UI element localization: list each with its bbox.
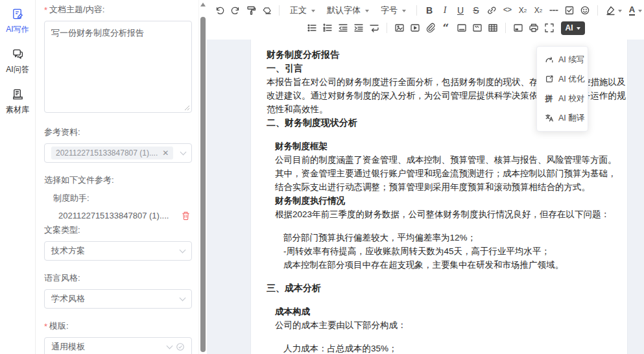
topic-textarea[interactable]: 写一份财务制度分析报告 xyxy=(44,21,192,113)
app-window: AI写作 AI问答 素材库 * 文档主题/内容: 写一份财务制度分析报告 xyxy=(0,0,644,354)
continue-icon xyxy=(544,55,554,65)
table-button[interactable] xyxy=(485,20,501,36)
attachment-button[interactable] xyxy=(423,20,438,36)
link-button[interactable] xyxy=(484,3,499,18)
chevron-down-icon xyxy=(167,343,173,349)
document-block xyxy=(267,295,625,305)
redo-button[interactable] xyxy=(228,3,243,18)
ordered-list-button[interactable] xyxy=(320,20,335,36)
outdent-button[interactable] xyxy=(335,20,351,36)
ai-menu-item-label: AI 校对 xyxy=(558,93,584,104)
source-view-button[interactable] xyxy=(510,20,526,36)
template-select[interactable]: 通用模板 xyxy=(44,337,192,354)
template-label: * 模版: xyxy=(44,320,192,332)
undo-button[interactable] xyxy=(212,3,228,18)
toolbar-row-1: 正文 默认字体 字号 B I U S <> X2 X2 A xyxy=(212,3,640,18)
document-block xyxy=(267,272,625,281)
divider-button[interactable] xyxy=(454,20,470,36)
scroll-up-icon[interactable] xyxy=(200,3,206,6)
line-break-button[interactable] xyxy=(366,20,382,36)
remove-tag-icon[interactable]: ✕ xyxy=(162,148,169,158)
copy-type-select[interactable]: 技术方案 xyxy=(44,241,192,261)
code-block-button[interactable] xyxy=(470,20,485,36)
document-block: 公司目前的制度涵盖了资金管理、成本控制、预算管理、核算与报告、风险管理等方面。其… xyxy=(275,153,617,194)
bold-button[interactable]: B xyxy=(422,3,437,18)
task-list-button[interactable] xyxy=(562,3,577,18)
rail-item-label: AI写作 xyxy=(6,24,29,35)
subscript-button[interactable]: X2 xyxy=(515,3,531,18)
strikethrough-button[interactable]: S xyxy=(468,3,484,18)
toolbar-divider xyxy=(505,23,506,33)
document-block xyxy=(267,332,625,342)
document-block: 财务制度执行情况 xyxy=(275,194,625,207)
font-family-select[interactable]: 默认字体 xyxy=(321,5,375,16)
document-block: 财务制度框架 xyxy=(275,139,625,153)
resize-handle-icon[interactable] xyxy=(184,105,190,111)
underline-button[interactable]: U xyxy=(453,3,468,18)
toolbar-divider xyxy=(416,5,417,16)
required-asterisk: * xyxy=(44,322,47,331)
print-button[interactable] xyxy=(526,20,542,36)
ai-tools-button[interactable]: AI xyxy=(561,21,585,35)
delete-file-icon[interactable] xyxy=(181,211,191,220)
blockquote-button[interactable]: “ xyxy=(438,20,454,36)
rail-item[interactable]: AI问答 xyxy=(6,48,29,75)
scrollbar-thumb[interactable] xyxy=(200,17,206,352)
editor-area: 正文 默认字体 字号 B I U S <> X2 X2 A xyxy=(207,0,644,354)
toolbar-divider xyxy=(387,23,387,33)
emoji-button[interactable] xyxy=(577,3,593,18)
ai-menu-item-label: AI 续写 xyxy=(558,54,584,65)
ai-menu-item-label: AI 优化 xyxy=(558,74,584,85)
editor-toolbar: 正文 默认字体 字号 B I U S <> X2 X2 A xyxy=(207,0,644,40)
image-button[interactable] xyxy=(392,20,407,36)
reference-select[interactable]: 2021122715133847807 (1).... ✕ xyxy=(44,143,192,163)
copy-type-label: 文案类型: xyxy=(44,224,192,236)
caret-down-icon xyxy=(618,10,622,12)
file-row: 2021122715133847807 (1).... xyxy=(58,211,192,220)
rail-item[interactable]: AI写作 xyxy=(6,8,29,35)
horizontal-rule-button[interactable] xyxy=(546,3,562,18)
topic-label: * 文档主题/内容: xyxy=(44,4,192,16)
rail-item-label: AI问答 xyxy=(6,64,29,75)
required-asterisk: * xyxy=(44,5,47,15)
heading-select[interactable]: 正文 xyxy=(284,5,321,16)
style-select[interactable]: 学术风格 xyxy=(44,289,192,309)
indent-button[interactable] xyxy=(351,20,366,36)
ai-menu-item[interactable]: AI 优化 xyxy=(537,69,588,89)
reference-file-tag: 2021122715133847807 (1).... ✕ xyxy=(51,147,173,159)
chevron-down-icon xyxy=(180,295,186,301)
rail-item-label: 素材库 xyxy=(6,104,29,115)
clear-format-button[interactable] xyxy=(259,3,274,18)
document-block: 根据2023年前三季度的财务数据，公司整体财务制度执行情况良好，但存在以下问题： xyxy=(275,207,617,221)
caret-down-icon xyxy=(577,27,580,30)
highlight-color-button[interactable] xyxy=(602,3,625,18)
document-block: 公司的成本主要由以下部分构成： xyxy=(275,318,617,332)
rail-item[interactable]: 素材库 xyxy=(6,88,29,115)
caret-down-icon xyxy=(638,10,642,12)
ai-write-icon xyxy=(12,8,24,22)
ai-dropdown-menu: AI 续写 AI 优化 拼 AI 校对 AI 翻译 xyxy=(536,46,588,132)
ai-menu-item[interactable]: AI 翻译 xyxy=(537,108,588,128)
library-icon xyxy=(12,88,24,102)
video-button[interactable] xyxy=(407,20,423,36)
caret-down-icon xyxy=(402,10,406,12)
toolbar-divider xyxy=(279,5,280,16)
document-block: 三、成本分析 xyxy=(267,281,625,295)
style-label: 语言风格: xyxy=(44,272,192,284)
caret-down-icon xyxy=(311,10,315,12)
document-block: 成本构成 xyxy=(275,305,625,318)
format-painter-button[interactable] xyxy=(243,3,259,18)
fullscreen-button[interactable] xyxy=(542,20,557,36)
translate-icon xyxy=(544,113,554,123)
inline-code-button[interactable]: <> xyxy=(499,3,515,18)
optimize-icon xyxy=(544,75,554,84)
reference-label: 参考资料: xyxy=(44,126,192,138)
ai-menu-item[interactable]: AI 续写 xyxy=(537,50,588,69)
file-section-label: 选择如下文件参考: xyxy=(44,174,192,186)
bullet-list-button[interactable] xyxy=(304,20,320,36)
ai-menu-item[interactable]: 拼 AI 校对 xyxy=(537,89,588,108)
font-size-select[interactable]: 字号 xyxy=(375,5,412,16)
italic-button[interactable]: I xyxy=(437,3,453,18)
superscript-button[interactable]: X2 xyxy=(531,3,546,18)
font-color-button[interactable]: A xyxy=(625,3,644,18)
